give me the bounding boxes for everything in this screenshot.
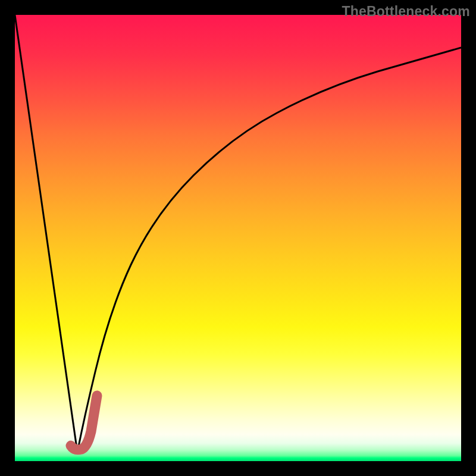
curves-layer xyxy=(15,15,461,461)
left-line-curve xyxy=(15,15,77,452)
plot-area xyxy=(15,15,461,461)
chart-frame: TheBottleneck.com xyxy=(0,0,476,476)
watermark-text: TheBottleneck.com xyxy=(342,4,470,20)
right-saturating-curve xyxy=(77,48,461,452)
